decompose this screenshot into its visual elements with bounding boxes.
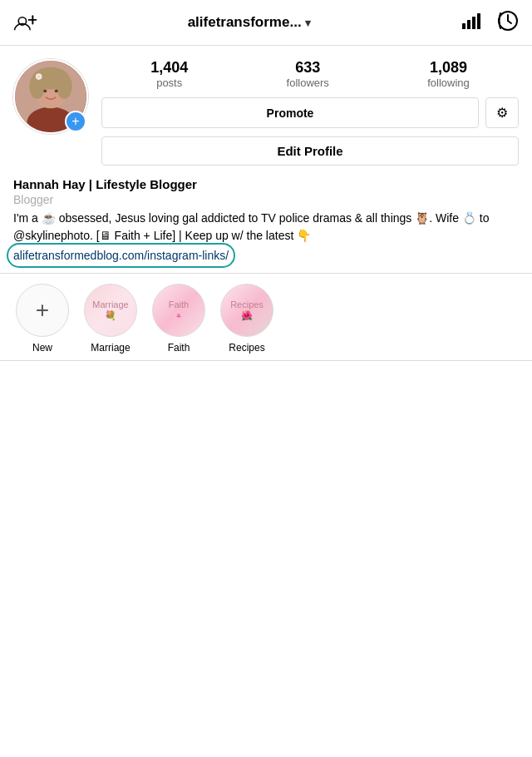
clock-icon[interactable]: [497, 10, 519, 35]
svg-point-17: [55, 89, 58, 92]
profile-section: + 1,404 posts 633 followers 1,089 follow…: [0, 46, 532, 174]
settings-button[interactable]: ⚙: [485, 97, 519, 128]
svg-rect-4: [467, 20, 470, 29]
highlight-marriage[interactable]: Marriage💐 Marriage: [81, 284, 140, 354]
following-stat[interactable]: 1,089 following: [427, 59, 470, 89]
edit-profile-button[interactable]: Edit Profile: [101, 136, 519, 166]
top-nav: alifetransforme... ▾: [0, 0, 532, 46]
gear-icon: ⚙: [496, 105, 508, 121]
highlights-section: + New Marriage💐 Marriage Faith🌸 Faith Re…: [0, 273, 532, 361]
bio-link[interactable]: alifetransformedblog.com/instagram-links…: [13, 249, 229, 262]
highlight-faith-circle: Faith🌸: [152, 284, 205, 337]
bio-link-container: alifetransformedblog.com/instagram-links…: [13, 248, 229, 263]
highlight-recipes-circle: Recipes🌺: [220, 284, 273, 337]
svg-point-15: [37, 75, 41, 78]
followers-count: 633: [295, 59, 320, 77]
profile-category: Blogger: [13, 193, 519, 206]
highlight-new[interactable]: + New: [13, 284, 71, 354]
nav-action-icons: [462, 10, 519, 35]
highlight-recipes[interactable]: Recipes🌺 Recipes: [218, 284, 276, 354]
following-count: 1,089: [430, 59, 467, 77]
followers-label: followers: [287, 77, 329, 89]
avatar-wrapper: +: [13, 59, 88, 134]
svg-rect-6: [477, 13, 480, 29]
posts-label: posts: [156, 77, 182, 89]
highlight-recipes-image: Recipes🌺: [229, 298, 265, 323]
svg-rect-5: [472, 17, 475, 29]
nav-username[interactable]: alifetransforme... ▾: [37, 14, 462, 31]
highlight-new-circle: +: [16, 284, 69, 337]
signal-icon: [462, 12, 482, 32]
highlight-new-label: New: [32, 342, 52, 354]
highlight-marriage-circle: Marriage💐: [84, 284, 137, 337]
followers-stat[interactable]: 633 followers: [287, 59, 329, 89]
plus-icon: +: [36, 297, 49, 324]
posts-count: 1,404: [150, 59, 188, 77]
promote-button[interactable]: Promote: [101, 97, 479, 128]
highlight-marriage-image: Marriage💐: [91, 298, 130, 323]
dropdown-arrow-icon: ▾: [305, 17, 311, 29]
add-user-button[interactable]: [13, 12, 37, 32]
posts-stat: 1,404 posts: [150, 59, 188, 89]
bio-section: Hannah Hay | Lifestyle Blogger Blogger I…: [0, 174, 532, 273]
highlight-recipes-label: Recipes: [229, 342, 264, 354]
stats-actions: 1,404 posts 633 followers 1,089 followin…: [101, 59, 519, 166]
highlight-marriage-label: Marriage: [91, 342, 130, 354]
highlight-faith-image: Faith🌸: [167, 298, 190, 323]
add-avatar-button[interactable]: +: [65, 111, 86, 132]
svg-point-16: [43, 89, 47, 92]
profile-name: Hannah Hay | Lifestyle Blogger: [13, 177, 519, 191]
svg-point-13: [57, 73, 72, 99]
stats-row: 1,404 posts 633 followers 1,089 followin…: [101, 59, 519, 89]
bio-text: I'm a ☕ obsessed, Jesus loving gal addic…: [13, 210, 519, 245]
svg-rect-3: [462, 23, 466, 29]
highlight-faith-label: Faith: [168, 342, 190, 354]
highlight-faith[interactable]: Faith🌸 Faith: [150, 284, 208, 354]
action-buttons-row: Promote ⚙: [101, 97, 519, 128]
following-label: following: [427, 77, 470, 89]
